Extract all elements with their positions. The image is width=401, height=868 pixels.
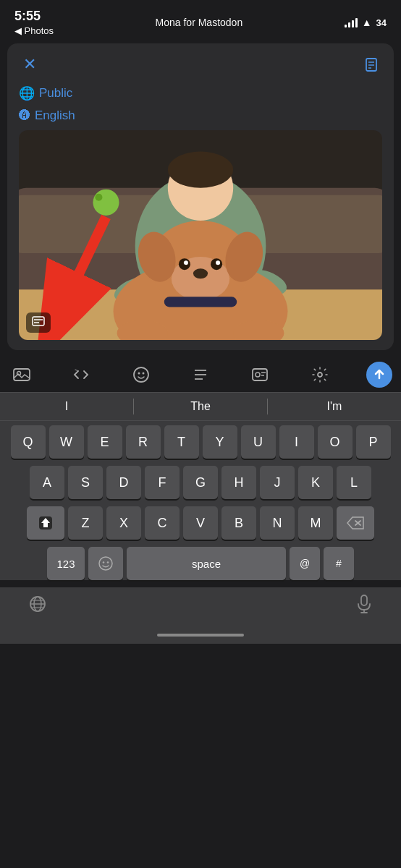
shift-key[interactable] [27, 506, 64, 540]
settings-button[interactable] [307, 362, 333, 388]
key-f[interactable]: F [145, 466, 180, 499]
list-button[interactable] [187, 362, 214, 388]
autocomplete-word-1[interactable]: I [0, 399, 133, 414]
key-t[interactable]: T [164, 425, 199, 459]
svg-point-27 [95, 194, 102, 201]
status-icons: ▲ 34 [345, 17, 387, 28]
public-label: Public [39, 86, 72, 101]
key-e[interactable]: E [88, 425, 122, 459]
numbers-key[interactable]: 123 [47, 547, 85, 580]
home-indicator-area [0, 629, 401, 644]
emoji-button[interactable] [128, 362, 154, 388]
language-icon: 🅐 [19, 109, 30, 122]
keyboard-row-3: Z X C V B N M [0, 506, 401, 540]
back-nav[interactable]: ◀ Photos [14, 25, 54, 36]
key-i[interactable]: I [279, 425, 314, 459]
home-bar [0, 587, 401, 629]
key-p[interactable]: P [356, 425, 391, 459]
svg-point-53 [107, 561, 109, 563]
language-label: English [35, 109, 75, 123]
svg-rect-59 [361, 595, 367, 605]
svg-point-17 [216, 260, 220, 265]
at-key[interactable]: @ [290, 547, 320, 580]
key-m[interactable]: M [298, 506, 333, 540]
svg-point-36 [138, 373, 140, 375]
svg-rect-21 [164, 297, 237, 307]
key-q[interactable]: Q [11, 425, 46, 459]
svg-point-25 [168, 152, 233, 188]
compose-toolbar: ✕ [19, 54, 382, 75]
key-u[interactable]: U [241, 425, 276, 459]
key-h[interactable]: H [221, 466, 256, 499]
svg-point-51 [99, 557, 112, 570]
caption-icon-button[interactable] [26, 312, 51, 333]
wifi-icon: ▲ [362, 17, 372, 28]
status-bar: 5:55 ◀ Photos Mona for Mastodon ▲ 34 [0, 0, 401, 39]
media-button[interactable] [9, 362, 35, 388]
send-button[interactable] [366, 362, 392, 388]
key-x[interactable]: X [106, 506, 141, 540]
key-k[interactable]: K [298, 466, 333, 499]
key-g[interactable]: G [183, 466, 218, 499]
key-z[interactable]: Z [68, 506, 103, 540]
svg-point-52 [103, 561, 105, 563]
key-j[interactable]: J [260, 466, 295, 499]
close-button[interactable]: ✕ [19, 54, 41, 75]
hash-key[interactable]: # [324, 547, 354, 580]
autocomplete-row: I The I'm [0, 392, 401, 421]
compose-bottom-toolbar [0, 354, 401, 392]
globe-icon: 🌐 [19, 85, 35, 101]
signal-icon [345, 17, 358, 27]
key-o[interactable]: O [318, 425, 353, 459]
key-w[interactable]: W [49, 425, 84, 459]
keyboard-row-1: Q W E R T Y U I O P [0, 425, 401, 459]
key-n[interactable]: N [260, 506, 295, 540]
battery-indicator: 34 [376, 17, 387, 28]
globe-keyboard-icon[interactable] [29, 595, 46, 617]
mention-button[interactable] [247, 362, 273, 388]
emoji-key[interactable] [88, 547, 123, 580]
status-time: 5:55 [14, 9, 54, 24]
key-b[interactable]: B [221, 506, 256, 540]
key-v[interactable]: V [183, 506, 218, 540]
code-button[interactable] [68, 362, 94, 388]
key-y[interactable]: Y [203, 425, 237, 459]
autocomplete-word-2[interactable]: The [134, 399, 267, 414]
keyboard-row-4: 123 space @ # [0, 547, 401, 580]
language-selector[interactable]: 🅐 English [19, 109, 382, 123]
public-selector[interactable]: 🌐 Public [19, 85, 382, 101]
key-a[interactable]: A [30, 466, 64, 499]
microphone-icon[interactable] [356, 595, 372, 618]
svg-point-18 [193, 268, 208, 278]
key-c[interactable]: C [145, 506, 180, 540]
svg-point-16 [184, 260, 188, 265]
svg-point-42 [256, 373, 260, 377]
space-key[interactable]: space [127, 547, 286, 580]
svg-rect-33 [14, 369, 30, 380]
home-indicator [157, 634, 244, 637]
svg-rect-30 [33, 317, 44, 326]
svg-point-26 [93, 190, 119, 216]
key-r[interactable]: R [126, 425, 161, 459]
autocomplete-word-3[interactable]: I'm [268, 399, 401, 414]
caption-icon [32, 316, 45, 329]
app-title: Mona for Mastodon [156, 17, 243, 28]
svg-point-37 [142, 373, 144, 375]
key-s[interactable]: S [68, 466, 103, 499]
image-preview[interactable] [19, 130, 382, 340]
keyboard: Q W E R T Y U I O P A S D F G H J K L Z … [0, 421, 401, 580]
backspace-key[interactable] [337, 506, 374, 540]
svg-point-35 [134, 367, 148, 382]
compose-area: ✕ 🌐 Public 🅐 English [7, 43, 394, 350]
keyboard-row-2: A S D F G H J K L [0, 466, 401, 499]
key-l[interactable]: L [337, 466, 371, 499]
draft-button[interactable] [360, 54, 382, 75]
svg-point-45 [318, 373, 322, 377]
key-d[interactable]: D [106, 466, 141, 499]
